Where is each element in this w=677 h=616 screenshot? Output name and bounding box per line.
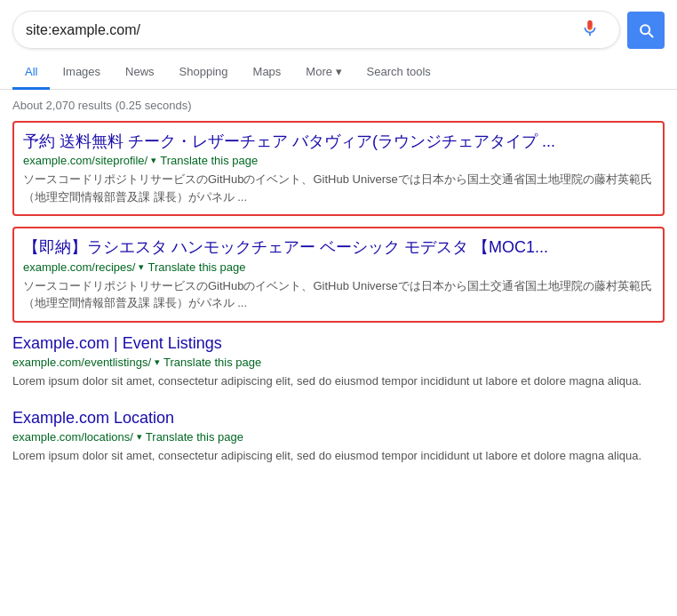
result-translate-1[interactable]: Translate this page [160, 154, 258, 167]
result-snippet-4: Lorem ipsum dolor sit amet, consectetur … [12, 447, 665, 465]
search-bar-container [0, 0, 677, 49]
result-snippet-2: ソースコードリポジトリサービスのGitHubのイベント、GitHub Unive… [23, 277, 654, 312]
tab-images[interactable]: Images [50, 56, 113, 90]
search-button[interactable] [627, 12, 665, 49]
search-icon [637, 21, 655, 39]
result-item-3: Example.com | Event Listings example.com… [12, 333, 665, 390]
result-url-arrow-4[interactable]: ▾ [137, 431, 142, 443]
result-item-2: 【即納】ラシエスタ ハンモックチェアー ベーシック モデスタ 【MOC1... … [12, 227, 665, 322]
result-url-row-2: example.com/recipes/ ▾ Translate this pa… [23, 260, 654, 274]
result-url-3: example.com/eventlistings/ [12, 356, 151, 369]
tab-search-tools[interactable]: Search tools [354, 56, 443, 90]
result-url-row-1: example.com/siteprofile/ ▾ Translate thi… [23, 154, 654, 167]
result-url-arrow-2[interactable]: ▾ [139, 261, 144, 273]
result-item-1: 予約 送料無料 チーク・レザーチェア バタヴィア(ラウンジチェアタイプ ... … [12, 121, 665, 216]
result-url-arrow-3[interactable]: ▾ [155, 356, 160, 368]
result-title-3[interactable]: Example.com | Event Listings [12, 333, 665, 354]
mic-icon [580, 19, 600, 38]
result-translate-3[interactable]: Translate this page [163, 356, 261, 369]
results-info: About 2,070 results (0.25 seconds) [0, 90, 677, 121]
mic-icon-container[interactable] [580, 19, 600, 41]
result-translate-2[interactable]: Translate this page [147, 260, 245, 274]
tab-shopping[interactable]: Shopping [167, 56, 241, 90]
result-title-1[interactable]: 予約 送料無料 チーク・レザーチェア バタヴィア(ラウンジチェアタイプ ... [23, 132, 654, 152]
tab-maps[interactable]: Maps [241, 56, 294, 90]
search-bar [12, 11, 620, 49]
tab-all[interactable]: All [12, 56, 50, 90]
result-translate-4[interactable]: Translate this page [146, 430, 243, 444]
result-url-arrow-1[interactable]: ▾ [151, 155, 156, 166]
tab-news[interactable]: News [113, 56, 167, 90]
nav-tabs: All Images News Shopping Maps More ▾ Sea… [0, 56, 677, 90]
result-title-4[interactable]: Example.com Location [12, 408, 665, 428]
search-input[interactable] [26, 22, 580, 38]
result-url-row-3: example.com/eventlistings/ ▾ Translate t… [12, 356, 665, 369]
result-snippet-3: Lorem ipsum dolor sit amet, consectetur … [12, 372, 665, 390]
result-title-2[interactable]: 【即納】ラシエスタ ハンモックチェアー ベーシック モデスタ 【MOC1... [23, 237, 654, 258]
tab-more[interactable]: More ▾ [293, 56, 354, 90]
result-snippet-1: ソースコードリポジトリサービスのGitHubのイベント、GitHub Unive… [23, 171, 654, 205]
result-url-1: example.com/siteprofile/ [23, 154, 147, 167]
result-url-row-4: example.com/locations/ ▾ Translate this … [12, 430, 665, 444]
result-item-4: Example.com Location example.com/locatio… [12, 408, 665, 465]
results-container: 予約 送料無料 チーク・レザーチェア バタヴィア(ラウンジチェアタイプ ... … [0, 121, 677, 465]
result-url-4: example.com/locations/ [12, 430, 133, 444]
result-url-2: example.com/recipes/ [23, 260, 135, 274]
